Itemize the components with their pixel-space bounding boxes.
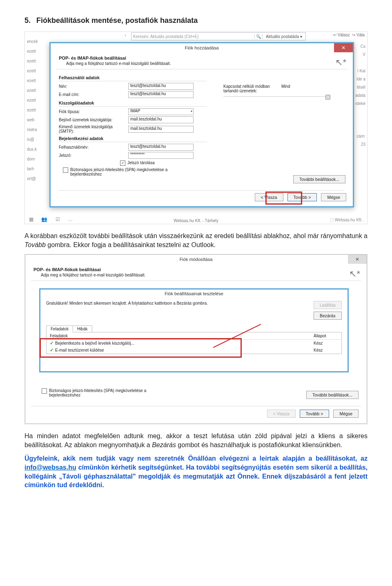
screenshot-add-account: ‹ Keresés: Aktuális postaláda (Ctrl+E) 🔍… — [24, 31, 368, 224]
back-button: < Vissza — [267, 410, 296, 418]
account-type-select[interactable]: IMAP▾ — [128, 108, 194, 115]
collapse-icon[interactable]: ‹ — [125, 33, 126, 38]
offline-slider[interactable] — [223, 96, 328, 97]
doc-heading: 5. Fiókbeállítások mentése, postafiók ha… — [24, 16, 368, 25]
check-icon: ✓ — [50, 341, 53, 345]
paragraph-3-contact: Ügyfeleink, akik nem tudják vagy nem sze… — [24, 454, 368, 489]
spa-checkbox[interactable] — [63, 167, 68, 173]
close-test-button[interactable]: Bezárás — [314, 312, 342, 320]
back-button[interactable]: < Vissza — [255, 193, 283, 201]
cancel-button[interactable]: Mégse — [321, 193, 346, 201]
email-field[interactable]: teszt@tesztoldal.hu — [128, 91, 194, 98]
section-title: POP- és IMAP-fiókok beállításai — [59, 56, 345, 60]
add-account-modal: Fiók hozzáadása ✕ POP- és IMAP-fiókok be… — [49, 42, 354, 207]
modal-titlebar: Fiók hozzáadása ✕ — [51, 43, 353, 52]
close-icon[interactable]: ✕ — [334, 43, 353, 52]
section-subtitle: Adja meg a fiókjához tartozó e-mail kisz… — [66, 61, 345, 66]
test-dialog: Fiók beállításainak tesztelése Gratulálu… — [39, 288, 349, 372]
paragraph-2: Ha minden adatot megfelelően adtunk meg,… — [24, 432, 368, 449]
table-row: ✓E-mail tesztüzenet küldéseKész — [47, 347, 341, 354]
search-icon[interactable]: 🔍 — [254, 34, 262, 39]
window-title-status: Websas.hu Kft. - Tárhely — [25, 218, 367, 223]
next-button[interactable]: Tovább > — [287, 193, 317, 201]
reply-buttons[interactable]: ↩ Válasz ↪ Vála — [333, 33, 365, 37]
save-password-checkbox[interactable]: ✓ — [120, 160, 125, 166]
next-button[interactable]: Tovább > — [300, 410, 330, 418]
search-input[interactable]: Keresés: Aktuális postaláda (Ctrl+E) 🔍 A… — [131, 32, 306, 40]
search-scope-dropdown[interactable]: Aktuális postaláda ▾ — [262, 34, 305, 39]
tab-tasks[interactable]: Feladatok — [46, 325, 73, 332]
wizard-cursor-icon: ↖* — [335, 57, 346, 68]
modify-account-modal: Fiók módosítása ✕ POP- és IMAP-fiókok be… — [25, 254, 367, 424]
contact-email-link[interactable]: info@websas.hu — [24, 464, 76, 471]
tab-errors[interactable]: Hibák — [73, 325, 92, 332]
screenshot-test-account: Fiók módosítása ✕ POP- és IMAP-fiókok be… — [24, 254, 368, 424]
wizard-cursor-icon: ↖* — [349, 269, 360, 279]
test-dialog-titlebar: Fiók beállításainak tesztelése — [40, 290, 347, 298]
stop-button: Leállítás — [314, 301, 342, 309]
table-row: ✓Bejelentkezés a bejövő levelek kiszolgá… — [47, 340, 341, 347]
username-field[interactable]: teszt@tesztoldal.hu — [128, 144, 194, 151]
chevron-down-icon: ▾ — [191, 109, 192, 113]
more-settings-button[interactable]: További beállítások... — [293, 175, 345, 183]
close-icon[interactable]: ✕ — [348, 255, 367, 264]
outgoing-server-field[interactable]: mail.tesztoldal.hu — [128, 126, 194, 133]
modal-titlebar: Fiók módosítása ✕ — [25, 255, 367, 264]
check-icon: ✓ — [50, 348, 53, 352]
paragraph-1: A korábban eszközölt további beállítások… — [24, 232, 368, 249]
test-results-table: FeladatokÁllapot ✓Bejelentkezés a bejövő… — [46, 332, 342, 354]
incoming-server-field[interactable]: mail.tesztoldal.hu — [128, 116, 194, 123]
name-field[interactable]: teszt@tesztoldal.hu — [128, 83, 194, 90]
more-settings-button[interactable]: További beállítások... — [306, 391, 359, 399]
password-field[interactable]: ********* — [128, 152, 194, 159]
spa-checkbox[interactable] — [42, 388, 47, 394]
right-status: ⬚ Websas.hu Kft. . — [330, 218, 365, 222]
cancel-button[interactable]: Mégse — [333, 410, 359, 418]
